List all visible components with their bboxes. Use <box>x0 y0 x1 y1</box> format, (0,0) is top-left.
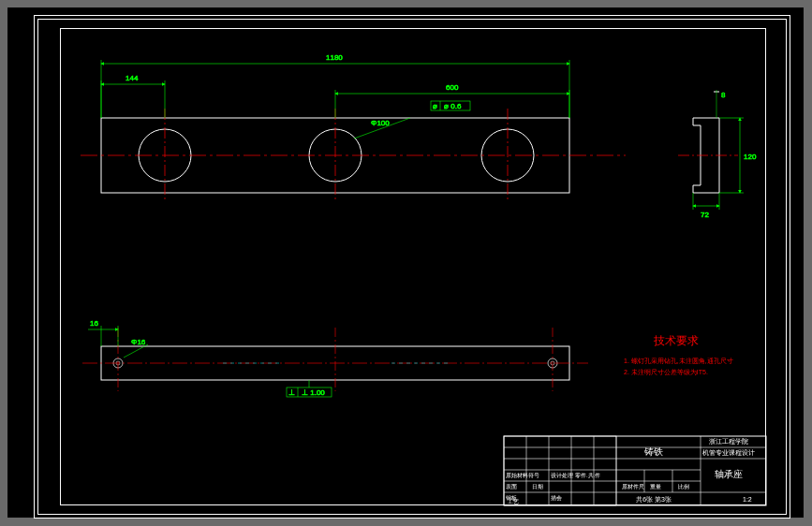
dimensions-top: 1180 144 600 ⌀ 0.6 ⌀ Φ100 <box>101 53 569 139</box>
tb-part-number: 共6张 第3张 <box>636 496 672 504</box>
drawing-svg: 1180 144 600 ⌀ 0.6 ⌀ Φ100 8 <box>7 7 804 518</box>
dim-bottom-hole: Φ16 <box>131 338 146 346</box>
svg-text:⌀: ⌀ <box>433 102 437 110</box>
dim-left-offset: 144 <box>125 74 139 82</box>
tb-r4c1: 工艺 <box>508 499 519 504</box>
tb-right-top1: 浙江工程学院 <box>709 438 748 445</box>
notes-heading: 技术要求 <box>653 334 699 347</box>
svg-text:⊥: ⊥ <box>288 388 295 397</box>
title-block: 铸铁 浙江工程学院 机管专业课程设计 轴承座 1:2 共6张 第3张 原始材料符… <box>504 436 766 505</box>
tb-r2c4: 重量 <box>650 484 661 489</box>
dim-right-span: 600 <box>446 83 459 92</box>
notes-line2: 2. 未注明尺寸公差等级为IT5. <box>624 369 708 375</box>
side-view <box>678 90 738 193</box>
tb-part-name: 轴承座 <box>715 469 743 479</box>
tb-scale: 1:2 <box>743 496 752 503</box>
gdt-bottom: ⊥ 1.00 <box>302 388 325 397</box>
tb-r2c1: 表面 <box>506 484 517 489</box>
tb-r1c2: 设计处理 <box>551 473 573 478</box>
tb-r3c2: 描会 <box>551 495 562 501</box>
dimensions-side: 8 120 72 <box>693 91 757 219</box>
dim-side-bottom: 72 <box>701 211 709 219</box>
gdt-top: ⌀ 0.6 <box>444 102 462 110</box>
notes-line1: 1. 螺钉孔采用钻孔,未注圆角,通孔尺寸 <box>624 358 733 364</box>
dim-overall-length: 1180 <box>326 53 343 62</box>
tech-notes: 技术要求 1. 螺钉孔采用钻孔,未注圆角,通孔尺寸 2. 未注明尺寸公差等级为I… <box>624 334 733 375</box>
dim-bottom-left: 16 <box>90 319 98 328</box>
dimensions-bottom: 16 Φ16 ⊥ ⊥ 1.00 <box>88 319 332 397</box>
tb-r2c2: 日期 <box>532 484 543 489</box>
bottom-view <box>82 328 588 391</box>
cad-viewport: 1180 144 600 ⌀ 0.6 ⌀ Φ100 8 <box>7 7 804 518</box>
dim-hole-dia: Φ100 <box>371 119 390 127</box>
tb-r1c3: 零件.共.件 <box>575 473 600 478</box>
tb-r1c1: 原始材料符号 <box>506 473 539 478</box>
tb-material: 铸铁 <box>643 446 663 457</box>
top-front-view <box>81 109 626 202</box>
tb-r2c3: 原材件尺 <box>622 484 644 489</box>
dim-side-right: 120 <box>744 153 757 161</box>
tb-r2c5: 比例 <box>678 484 689 489</box>
dim-side-top: 8 <box>721 91 726 99</box>
tb-right-top2: 机管专业课程设计 <box>702 449 755 457</box>
